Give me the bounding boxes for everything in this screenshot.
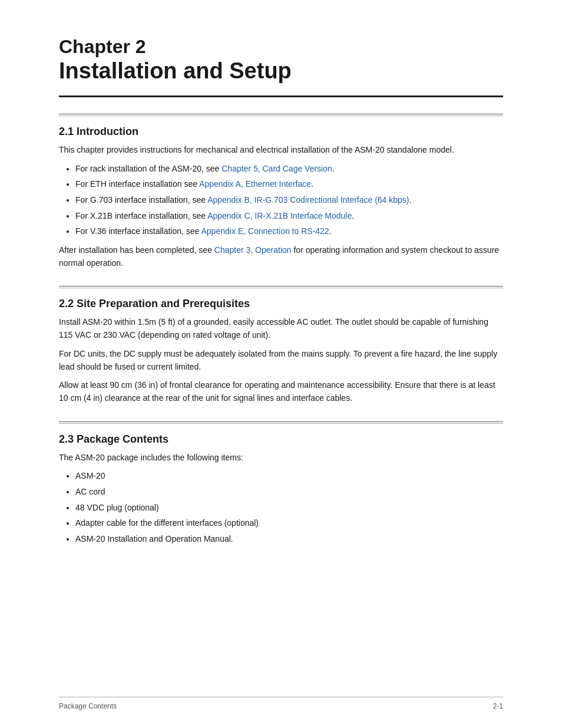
- section-2-1-intro: This chapter provides instructions for m…: [59, 144, 503, 157]
- list-item: ASM-20 Installation and Operation Manual…: [75, 533, 503, 546]
- section-2-2-p2: For DC units, the DC supply must be adeq…: [59, 348, 503, 373]
- section-2-3-heading: 2.3 Package Contents: [59, 433, 503, 446]
- section-2-1-heading: 2.1 Introduction: [59, 126, 503, 138]
- list-item: 48 VDC plug (optional): [75, 502, 503, 515]
- footer-right: 2-1: [493, 702, 503, 710]
- section-2-1-after: After installation has been completed, s…: [59, 244, 503, 269]
- section-2-2-p1: Install ASM-20 within 1.5m (5 ft) of a g…: [59, 316, 503, 341]
- chapter-title: Installation and Setup: [59, 58, 503, 85]
- section-2-2-heading: 2.2 Site Preparation and Prerequisites: [59, 298, 503, 310]
- link-chapter3[interactable]: Chapter 3, Operation: [214, 245, 292, 255]
- section-2-3-intro: The ASM-20 package includes the followin…: [59, 452, 503, 465]
- link-appendix-c[interactable]: Appendix C, IR-X.21B Interface Module: [207, 211, 352, 220]
- section-2-2-p3: Allow at least 90 cm (36 in) of frontal …: [59, 379, 503, 404]
- list-item: For G.703 interface installation, see Ap…: [75, 194, 503, 207]
- link-appendix-e[interactable]: Appendix E, Connection to RS-422: [201, 226, 329, 236]
- link-appendix-b[interactable]: Appendix B, IR-G.703 Codirectional Inter…: [207, 195, 409, 205]
- chapter-label: Chapter 2: [59, 35, 503, 58]
- chapter-header: Chapter 2 Installation and Setup: [59, 35, 503, 97]
- list-item: For X.21B interface installation, see Ap…: [75, 210, 503, 223]
- section-2-1-list: For rack installation of the ASM-20, see…: [75, 163, 503, 238]
- section-2-1: 2.1 Introduction This chapter provides i…: [59, 114, 503, 270]
- list-item: Adapter cable for the different interfac…: [75, 517, 503, 530]
- list-item: ASM-20: [75, 470, 503, 483]
- list-item: For V.36 interface installation, see App…: [75, 225, 503, 238]
- footer: Package Contents 2-1: [59, 697, 503, 710]
- section-2-3-list: ASM-20 AC cord 48 VDC plug (optional) Ad…: [75, 470, 503, 545]
- link-chapter5[interactable]: Chapter 5, Card Cage Version: [222, 164, 332, 173]
- list-item: AC cord: [75, 486, 503, 499]
- chapter-rule: [59, 95, 503, 97]
- section-2-3: 2.3 Package Contents The ASM-20 package …: [59, 421, 503, 546]
- footer-left: Package Contents: [59, 702, 117, 710]
- link-appendix-a[interactable]: Appendix A, Ethernet Interface: [199, 179, 311, 189]
- list-item: For rack installation of the ASM-20, see…: [75, 163, 503, 176]
- list-item: For ETH interface installation see Appen…: [75, 178, 503, 191]
- page: Chapter 2 Installation and Setup 2.1 Int…: [0, 0, 562, 728]
- section-2-2: 2.2 Site Preparation and Prerequisites I…: [59, 286, 503, 404]
